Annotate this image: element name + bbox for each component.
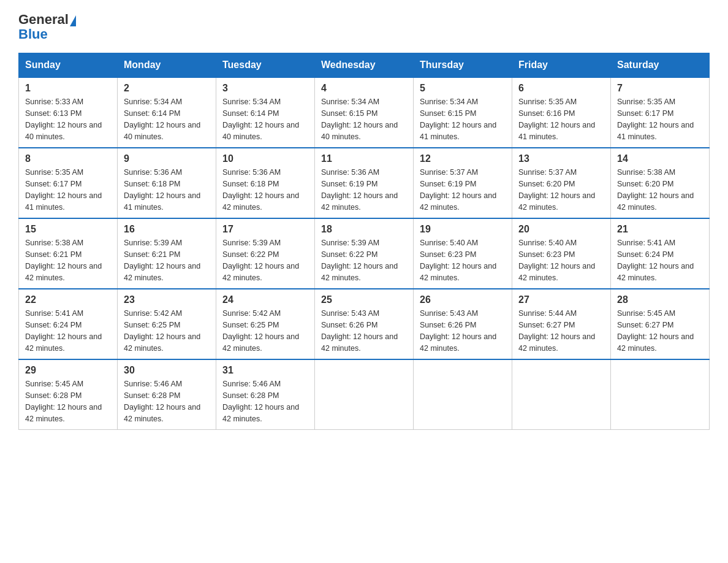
- calendar-week-2: 8 Sunrise: 5:35 AMSunset: 6:17 PMDayligh…: [19, 148, 710, 218]
- calendar-cell: [414, 359, 512, 430]
- logo-triangle-icon: [70, 15, 76, 26]
- calendar-cell: 31 Sunrise: 5:46 AMSunset: 6:28 PMDaylig…: [216, 359, 315, 430]
- day-info: Sunrise: 5:46 AMSunset: 6:28 PMDaylight:…: [124, 378, 210, 424]
- day-info: Sunrise: 5:40 AMSunset: 6:23 PMDaylight:…: [420, 237, 506, 283]
- calendar-cell: 28 Sunrise: 5:45 AMSunset: 6:27 PMDaylig…: [611, 289, 710, 359]
- calendar-week-4: 22 Sunrise: 5:41 AMSunset: 6:24 PMDaylig…: [19, 289, 710, 359]
- day-number: 23: [124, 294, 210, 305]
- day-info: Sunrise: 5:35 AMSunset: 6:16 PMDaylight:…: [518, 96, 604, 142]
- calendar-cell: 30 Sunrise: 5:46 AMSunset: 6:28 PMDaylig…: [118, 359, 216, 430]
- day-info: Sunrise: 5:34 AMSunset: 6:14 PMDaylight:…: [124, 96, 210, 142]
- calendar-cell: 4 Sunrise: 5:34 AMSunset: 6:15 PMDayligh…: [315, 77, 414, 148]
- day-info: Sunrise: 5:45 AMSunset: 6:27 PMDaylight:…: [617, 308, 703, 354]
- calendar-cell: 25 Sunrise: 5:43 AMSunset: 6:26 PMDaylig…: [315, 289, 414, 359]
- weekday-header-friday: Friday: [512, 53, 611, 78]
- calendar-cell: [512, 359, 611, 430]
- day-number: 30: [124, 365, 210, 376]
- calendar-cell: 23 Sunrise: 5:42 AMSunset: 6:25 PMDaylig…: [118, 289, 216, 359]
- calendar-cell: 17 Sunrise: 5:39 AMSunset: 6:22 PMDaylig…: [216, 218, 315, 289]
- day-info: Sunrise: 5:46 AMSunset: 6:28 PMDaylight:…: [222, 378, 308, 424]
- day-info: Sunrise: 5:36 AMSunset: 6:18 PMDaylight:…: [222, 167, 308, 213]
- day-number: 2: [124, 83, 210, 94]
- day-info: Sunrise: 5:34 AMSunset: 6:14 PMDaylight:…: [222, 96, 308, 142]
- day-info: Sunrise: 5:42 AMSunset: 6:25 PMDaylight:…: [124, 308, 210, 354]
- day-info: Sunrise: 5:41 AMSunset: 6:24 PMDaylight:…: [617, 237, 703, 283]
- day-info: Sunrise: 5:35 AMSunset: 6:17 PMDaylight:…: [25, 167, 111, 213]
- calendar-cell: 2 Sunrise: 5:34 AMSunset: 6:14 PMDayligh…: [118, 77, 216, 148]
- day-number: 11: [321, 153, 407, 164]
- weekday-header-monday: Monday: [118, 53, 216, 78]
- day-info: Sunrise: 5:34 AMSunset: 6:15 PMDaylight:…: [420, 96, 506, 142]
- calendar-cell: [315, 359, 414, 430]
- day-info: Sunrise: 5:42 AMSunset: 6:25 PMDaylight:…: [222, 308, 308, 354]
- calendar-cell: 9 Sunrise: 5:36 AMSunset: 6:18 PMDayligh…: [118, 148, 216, 218]
- calendar-cell: 11 Sunrise: 5:36 AMSunset: 6:19 PMDaylig…: [315, 148, 414, 218]
- calendar-cell: 16 Sunrise: 5:39 AMSunset: 6:21 PMDaylig…: [118, 218, 216, 289]
- day-number: 26: [420, 294, 506, 305]
- day-info: Sunrise: 5:37 AMSunset: 6:20 PMDaylight:…: [518, 167, 604, 213]
- day-number: 28: [617, 294, 703, 305]
- weekday-header-saturday: Saturday: [611, 53, 710, 78]
- calendar-week-1: 1 Sunrise: 5:33 AMSunset: 6:13 PMDayligh…: [19, 77, 710, 148]
- weekday-header-sunday: Sunday: [19, 53, 118, 78]
- calendar-cell: 10 Sunrise: 5:36 AMSunset: 6:18 PMDaylig…: [216, 148, 315, 218]
- calendar-cell: 1 Sunrise: 5:33 AMSunset: 6:13 PMDayligh…: [19, 77, 118, 148]
- calendar-cell: 3 Sunrise: 5:34 AMSunset: 6:14 PMDayligh…: [216, 77, 315, 148]
- day-info: Sunrise: 5:43 AMSunset: 6:26 PMDaylight:…: [420, 308, 506, 354]
- day-number: 18: [321, 224, 407, 235]
- day-info: Sunrise: 5:44 AMSunset: 6:27 PMDaylight:…: [518, 308, 604, 354]
- day-info: Sunrise: 5:38 AMSunset: 6:21 PMDaylight:…: [25, 237, 111, 283]
- day-info: Sunrise: 5:39 AMSunset: 6:22 PMDaylight:…: [321, 237, 407, 283]
- calendar-cell: [611, 359, 710, 430]
- day-number: 16: [124, 224, 210, 235]
- calendar-cell: 27 Sunrise: 5:44 AMSunset: 6:27 PMDaylig…: [512, 289, 611, 359]
- calendar-cell: 13 Sunrise: 5:37 AMSunset: 6:20 PMDaylig…: [512, 148, 611, 218]
- day-number: 29: [25, 365, 111, 376]
- weekday-header-row: SundayMondayTuesdayWednesdayThursdayFrid…: [19, 53, 710, 78]
- day-number: 22: [25, 294, 111, 305]
- weekday-header-thursday: Thursday: [414, 53, 512, 78]
- day-number: 10: [222, 153, 308, 164]
- calendar-cell: 18 Sunrise: 5:39 AMSunset: 6:22 PMDaylig…: [315, 218, 414, 289]
- day-number: 12: [420, 153, 506, 164]
- day-info: Sunrise: 5:35 AMSunset: 6:17 PMDaylight:…: [617, 96, 703, 142]
- day-info: Sunrise: 5:34 AMSunset: 6:15 PMDaylight:…: [321, 96, 407, 142]
- day-number: 6: [518, 83, 604, 94]
- day-number: 3: [222, 83, 308, 94]
- calendar-cell: 14 Sunrise: 5:38 AMSunset: 6:20 PMDaylig…: [611, 148, 710, 218]
- day-info: Sunrise: 5:37 AMSunset: 6:19 PMDaylight:…: [420, 167, 506, 213]
- calendar-cell: 26 Sunrise: 5:43 AMSunset: 6:26 PMDaylig…: [414, 289, 512, 359]
- day-info: Sunrise: 5:39 AMSunset: 6:21 PMDaylight:…: [124, 237, 210, 283]
- day-info: Sunrise: 5:41 AMSunset: 6:24 PMDaylight:…: [25, 308, 111, 354]
- calendar-cell: 21 Sunrise: 5:41 AMSunset: 6:24 PMDaylig…: [611, 218, 710, 289]
- calendar-cell: 15 Sunrise: 5:38 AMSunset: 6:21 PMDaylig…: [19, 218, 118, 289]
- day-info: Sunrise: 5:40 AMSunset: 6:23 PMDaylight:…: [518, 237, 604, 283]
- day-info: Sunrise: 5:33 AMSunset: 6:13 PMDaylight:…: [25, 96, 111, 142]
- page-header: General Blue: [18, 12, 710, 42]
- logo-blue-text: Blue: [18, 27, 48, 42]
- day-info: Sunrise: 5:39 AMSunset: 6:22 PMDaylight:…: [222, 237, 308, 283]
- calendar-week-5: 29 Sunrise: 5:45 AMSunset: 6:28 PMDaylig…: [19, 359, 710, 430]
- day-number: 13: [518, 153, 604, 164]
- calendar-cell: 5 Sunrise: 5:34 AMSunset: 6:15 PMDayligh…: [414, 77, 512, 148]
- weekday-header-wednesday: Wednesday: [315, 53, 414, 78]
- calendar-cell: 20 Sunrise: 5:40 AMSunset: 6:23 PMDaylig…: [512, 218, 611, 289]
- calendar-cell: 19 Sunrise: 5:40 AMSunset: 6:23 PMDaylig…: [414, 218, 512, 289]
- day-number: 25: [321, 294, 407, 305]
- day-number: 5: [420, 83, 506, 94]
- calendar-week-3: 15 Sunrise: 5:38 AMSunset: 6:21 PMDaylig…: [19, 218, 710, 289]
- day-number: 20: [518, 224, 604, 235]
- day-number: 9: [124, 153, 210, 164]
- logo-general-text: General: [18, 12, 69, 27]
- day-info: Sunrise: 5:36 AMSunset: 6:19 PMDaylight:…: [321, 167, 407, 213]
- day-number: 4: [321, 83, 407, 94]
- day-number: 31: [222, 365, 308, 376]
- day-number: 14: [617, 153, 703, 164]
- day-info: Sunrise: 5:36 AMSunset: 6:18 PMDaylight:…: [124, 167, 210, 213]
- day-info: Sunrise: 5:43 AMSunset: 6:26 PMDaylight:…: [321, 308, 407, 354]
- day-info: Sunrise: 5:45 AMSunset: 6:28 PMDaylight:…: [25, 378, 111, 424]
- day-number: 7: [617, 83, 703, 94]
- calendar-cell: 29 Sunrise: 5:45 AMSunset: 6:28 PMDaylig…: [19, 359, 118, 430]
- day-info: Sunrise: 5:38 AMSunset: 6:20 PMDaylight:…: [617, 167, 703, 213]
- calendar-table: SundayMondayTuesdayWednesdayThursdayFrid…: [18, 53, 710, 430]
